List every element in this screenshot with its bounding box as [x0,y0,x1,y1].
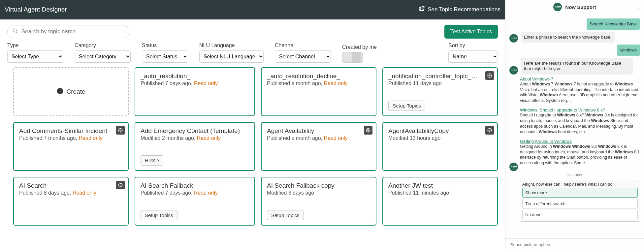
topic-subtitle: Modified 13 hours ago [388,135,492,141]
kb-result-link[interactable]: Getting Around in Windows [520,139,572,144]
followup-option[interactable]: Try a different search [522,199,638,208]
external-link-icon [418,6,425,14]
filters-row: Type Select Type Category Select Categor… [0,41,505,65]
search-input[interactable] [21,28,124,35]
topic-subtitle: Modified 2 months ago, Read only [141,135,249,141]
test-active-topics-button[interactable]: Test Active Topics [444,25,498,39]
now-logo-icon: now [553,3,562,11]
topic-title: _auto_resolution_decline_ [267,73,361,80]
sort-by-select[interactable]: Name [448,50,498,63]
kb-result-item: Windows: Should I upgrade to Windows 8.x… [520,108,640,135]
globe-icon [116,126,125,135]
filter-status-label: Status [142,43,188,48]
svg-line-1 [16,32,17,33]
topics-grid: Create _auto_resolution_Published 7 days… [0,65,505,232]
chat-body: Search Knowledge Base now Enter a phrase… [505,14,644,238]
create-label: Create [66,88,85,95]
bot-avatar-icon: now [509,34,518,43]
globe-icon [364,126,372,135]
kb-result-link[interactable]: About Windows 7 [520,77,553,81]
filter-created-by-me-label: Created by me [342,44,377,50]
filter-nlu-label: NLU Language [199,43,264,48]
create-topic-card[interactable]: Create [13,67,129,116]
chat-panel: now Now Support ⋮ Search Knowledge Base … [505,0,644,250]
topic-title: AgentAvailabilityCopy [388,127,483,135]
topic-subtitle: Published 7 months ago, Read only [19,135,123,141]
globe-icon [116,181,125,189]
chat-menu-icon[interactable]: ⋮ [635,2,641,10]
topic-card[interactable]: _notification_controller_topic_…Publishe… [382,67,498,116]
topic-card[interactable]: Add Emergency Contact (Template)Modified… [135,122,255,171]
bot-message: Here are the results I found in our Know… [521,58,633,75]
globe-icon [485,126,494,135]
topic-title: Agent Availability [267,127,361,135]
topic-subtitle: Published 7 days ago, Read only [141,190,249,196]
bot-message: Enter a phrase to search the knowledge b… [521,32,615,43]
topic-tag[interactable]: Setup Topics [388,101,425,111]
filter-status-select[interactable]: Select Status [142,50,188,63]
filter-channel-label: Channel [275,43,331,48]
svg-point-0 [13,29,16,32]
topic-title: Another JW test [388,182,483,189]
kb-result-snippet: About Windows 7 Windows 7 is not an upgr… [520,81,640,104]
see-reco-label: See Topic Recommendations [428,6,500,13]
read-only-label: Read only [197,135,221,141]
filter-type-select[interactable]: Select Type [7,50,63,63]
topic-card[interactable]: AgentAvailabilityCopyModified 13 hours a… [382,122,498,171]
topic-search[interactable] [7,25,129,38]
filter-channel-select[interactable]: Select Channel [275,50,331,63]
topic-tag[interactable]: HRSD [141,155,163,166]
topic-title: _auto_resolution_ [141,73,240,80]
filter-nlu-select[interactable]: Select NLU Language [199,50,264,63]
user-message: Search Knowledge Base [587,18,640,30]
filter-category-label: Category [75,43,131,48]
topic-subtitle: Published 11 minutes ago [388,190,492,196]
created-by-me-toggle[interactable] [342,52,363,63]
topic-card[interactable]: Agent AvailabilityPublished a month ago,… [261,122,376,171]
topic-card[interactable]: AI SearchPublished 8 days ago, Read only [13,177,129,226]
chat-input[interactable] [509,242,642,247]
topic-title: _notification_controller_topic_… [388,73,483,80]
read-only-label: Read only [194,80,218,86]
topic-card[interactable]: AI Search FallbackPublished 7 days ago, … [135,177,255,226]
filter-category-select[interactable]: Select Category [75,50,131,63]
read-only-label: Read only [79,135,103,141]
topic-subtitle: Published a month ago, Read only [267,80,370,86]
sort-by-label: Sort by [448,43,498,48]
bot-avatar-icon: now [509,66,518,75]
chat-header: now Now Support ⋮ [505,0,644,14]
read-only-label: Read only [73,190,96,196]
topic-title: AI Search [19,182,113,189]
kb-result-item: Getting Around in WindowsGetting Around … [520,139,640,166]
topic-subtitle: Published a month ago, Read only [267,135,370,141]
kb-results: About Windows 7About Windows 7 Windows 7… [520,77,640,166]
topic-subtitle: Published 11 days ago [388,80,492,86]
followup-options: Alright, how else can I help? Here's wha… [520,180,640,222]
topic-title: AI Search Fallback [141,182,240,189]
followup-option[interactable]: Show more [522,188,638,198]
read-only-label: Read only [324,80,348,86]
kb-result-snippet: Should I upgrade to Windows 8.x? Windows… [520,112,640,135]
topic-card[interactable]: Add Comments-Similar IncidentPublished 7… [13,122,129,171]
bot-avatar-icon: now [509,163,518,171]
see-topic-recommendations-link[interactable]: See Topic Recommendations [418,6,500,14]
topic-subtitle: Modified 3 days ago [267,190,370,196]
topic-tag[interactable]: Setup Topics [267,210,304,220]
read-only-label: Read only [194,190,218,196]
topic-card[interactable]: _auto_resolution_Published 7 days ago, R… [135,67,255,116]
topic-card[interactable]: _auto_resolution_decline_Published a mon… [261,67,376,116]
topic-card[interactable]: Another JW testPublished 11 minutes ago [382,177,498,226]
topic-tag[interactable]: Setup Topics [141,210,177,220]
followup-question: Alright, how else can I help? Here's wha… [522,182,638,187]
topic-card[interactable]: AI Search Fallback copyModified 3 days a… [261,177,376,226]
app-header: Virtual Agent Designer See Topic Recomme… [0,0,505,19]
time-label: just now [509,172,640,177]
topic-title: Add Comments-Similar Incident [19,127,113,135]
globe-icon [485,71,494,80]
followup-option[interactable]: I'm done [522,210,638,219]
filter-type-label: Type [7,43,63,48]
kb-result-item: About Windows 7About Windows 7 Windows 7… [520,77,640,104]
chat-title: Now Support [565,4,596,10]
search-icon [12,28,21,35]
kb-result-link[interactable]: Windows: Should I upgrade to Windows 8.x… [520,108,605,112]
